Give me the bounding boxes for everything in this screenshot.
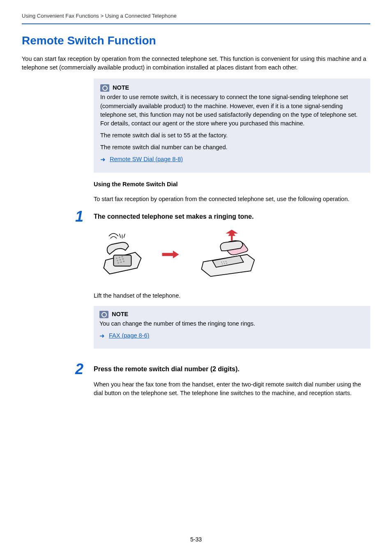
divider-top [22,23,370,24]
step-2: 2 Press the remote switch dial number (2… [75,362,370,404]
note-box-main: NOTE In order to use remote switch, it i… [94,79,370,173]
page-title: Remote Switch Function [22,32,370,49]
svg-point-18 [224,263,225,264]
step-number-1: 1 [75,209,94,354]
svg-point-12 [123,261,125,262]
link-row-fax: ➜ FAX (page 8-6) [99,331,364,340]
lift-handset-icon [196,230,262,279]
step-1-instruction: Lift the handset of the telephone. [94,291,370,300]
note-header: NOTE [100,83,364,92]
svg-point-6 [122,256,123,257]
svg-point-10 [118,262,119,264]
step-2-title: Press the remote switch dial number (2 d… [94,364,370,374]
telephone-ringing-icon [98,231,145,278]
step-1-title: The connected telephone set makes a ring… [94,212,370,221]
svg-point-9 [122,258,124,260]
note-paragraph-2: The remote switch dial is set to 55 at t… [100,131,364,140]
intro-paragraph: You can start fax reception by operation… [22,55,370,72]
step-number-2: 2 [75,362,94,404]
step-2-body: When you hear the fax tone from the hand… [94,380,370,398]
note-icon [99,311,108,318]
note-label-step1: NOTE [112,310,128,319]
note-icon [100,84,109,92]
link-row-remote-dial: ➜ Remote SW Dial (page 8-8) [100,155,364,164]
svg-point-4 [116,257,118,259]
note-paragraph-3: The remote switch dial number can be cha… [100,143,364,152]
arrow-right-icon: ➜ [100,155,106,164]
breadcrumb: Using Convenient Fax Functions > Using a… [22,12,370,20]
note-header-step1: NOTE [99,310,364,319]
link-remote-sw-dial[interactable]: Remote SW Dial (page 8-8) [110,155,183,164]
note-box-step1: NOTE You can change the number of times … [94,306,370,349]
subsection-heading: Using the Remote Switch Dial [94,180,370,189]
svg-point-5 [119,257,120,258]
page-number: 5-33 [22,535,370,543]
svg-point-15 [223,261,224,262]
arrow-right-icon: ➜ [99,331,105,340]
subsection-intro: To start fax reception by operation from… [94,195,370,204]
note-label: NOTE [113,83,129,92]
svg-point-19 [226,263,227,264]
step-1-illustration [98,230,370,279]
step-1: 1 The connected telephone set makes a ri… [75,209,370,354]
svg-line-3 [124,234,125,238]
svg-point-14 [221,261,222,263]
svg-point-17 [222,263,223,264]
svg-point-8 [120,259,121,261]
link-fax-page[interactable]: FAX (page 8-6) [109,331,149,340]
svg-point-16 [226,261,227,262]
svg-line-1 [120,234,121,238]
arrow-right-red-icon [161,250,180,259]
svg-point-11 [120,261,122,263]
note-paragraph-1: In order to use remote switch, it is nec… [100,93,364,127]
svg-point-7 [117,260,118,261]
note-text-step1: You can change the number of times the r… [99,319,364,328]
